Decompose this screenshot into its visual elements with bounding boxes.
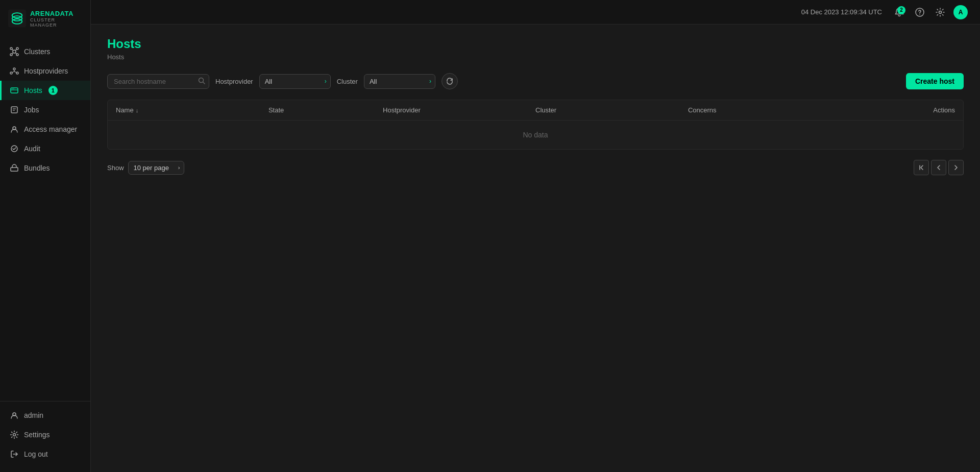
hosts-table: Name ↓ State Hostprovider Cluster Concer…: [107, 100, 964, 150]
svg-point-30: [13, 434, 16, 436]
system-settings-button[interactable]: [933, 5, 947, 19]
per-page-select[interactable]: 10 per page 25 per page 50 per page: [128, 161, 184, 175]
next-page-button[interactable]: [948, 160, 964, 175]
th-cluster-label: Cluster: [535, 106, 556, 114]
create-host-button[interactable]: Create host: [906, 73, 964, 89]
settings-icon: [10, 430, 19, 439]
hostprovider-select[interactable]: All: [259, 74, 331, 89]
access-manager-icon: [10, 125, 19, 134]
th-concerns-label: Concerns: [688, 106, 717, 114]
logout-icon: [10, 450, 19, 459]
sidebar-item-audit[interactable]: Audit: [0, 139, 90, 158]
sidebar-item-clusters-label: Clusters: [24, 48, 50, 56]
sidebar-item-admin[interactable]: admin: [0, 406, 90, 425]
th-concerns: Concerns: [688, 106, 841, 114]
hosts-icon: [10, 86, 19, 95]
th-hostprovider: Hostprovider: [383, 106, 535, 114]
sidebar-item-bundles[interactable]: Bundles: [0, 158, 90, 178]
refresh-icon: [446, 78, 453, 85]
th-actions: Actions: [841, 106, 955, 114]
datetime-display: 04 Dec 2023 12:09:34 UTC: [801, 8, 882, 16]
cluster-label: Cluster: [337, 78, 358, 85]
th-cluster: Cluster: [535, 106, 688, 114]
svg-point-22: [13, 88, 14, 89]
sidebar-item-jobs[interactable]: Jobs: [0, 100, 90, 120]
search-wrapper: [107, 74, 209, 89]
sidebar-item-jobs-label: Jobs: [24, 106, 39, 114]
sidebar-item-hostproviders[interactable]: Hostproviders: [0, 61, 90, 81]
sidebar-item-logout[interactable]: Log out: [0, 444, 90, 464]
notification-badge: 2: [897, 6, 905, 14]
logo-brand: ARENADATA: [30, 10, 82, 17]
sidebar-item-hosts-label: Hosts: [24, 86, 42, 95]
sidebar-item-access-manager[interactable]: Access manager: [0, 120, 90, 139]
th-state: State: [268, 106, 383, 114]
prev-page-button[interactable]: [931, 160, 946, 175]
logo-icon: [8, 9, 26, 28]
table-header: Name ↓ State Hostprovider Cluster Concer…: [108, 100, 963, 121]
sidebar-item-admin-label: admin: [24, 411, 43, 419]
sidebar: ARENADATA CLUSTER MANAGER Clusters Hostp…: [0, 0, 91, 472]
th-name: Name ↓: [116, 106, 268, 114]
svg-point-13: [13, 68, 15, 70]
th-actions-label: Actions: [933, 106, 955, 114]
user-avatar[interactable]: A: [953, 5, 968, 19]
sidebar-item-clusters[interactable]: Clusters: [0, 42, 90, 61]
logo: ARENADATA CLUSTER MANAGER: [0, 0, 90, 38]
sidebar-item-settings[interactable]: Settings: [0, 425, 90, 444]
svg-rect-23: [11, 107, 17, 113]
refresh-button[interactable]: [442, 73, 458, 89]
sidebar-bottom: admin Settings Log out: [0, 401, 90, 472]
th-state-label: State: [268, 106, 284, 114]
main-area: 04 Dec 2023 12:09:34 UTC 2 A Hosts Hosts…: [91, 0, 980, 472]
svg-point-34: [939, 11, 942, 13]
pagination-buttons: [914, 160, 964, 175]
user-icon: [10, 411, 19, 420]
sidebar-item-hosts[interactable]: Hosts 1: [0, 81, 90, 100]
search-icon: [198, 77, 205, 86]
sidebar-item-access-manager-label: Access manager: [24, 125, 77, 133]
cluster-select[interactable]: All: [364, 74, 435, 89]
per-page-wrapper: 10 per page 25 per page 50 per page ›: [128, 161, 184, 175]
sidebar-item-audit-label: Audit: [24, 145, 40, 153]
clusters-icon: [10, 47, 19, 56]
search-input[interactable]: [107, 74, 209, 89]
svg-rect-28: [11, 168, 18, 171]
no-data-message: No data: [108, 121, 963, 149]
svg-point-4: [13, 50, 16, 53]
svg-rect-19: [11, 88, 18, 93]
svg-point-21: [12, 88, 13, 89]
notification-button[interactable]: 2: [892, 5, 906, 19]
jobs-icon: [10, 105, 19, 114]
sort-icon[interactable]: ↓: [136, 107, 139, 113]
show-label: Show: [107, 164, 124, 172]
svg-line-36: [203, 82, 205, 84]
breadcrumb: Hosts: [107, 53, 964, 61]
hostprovider-select-wrapper: All ›: [259, 74, 331, 89]
sidebar-nav: Clusters Hostproviders Hosts 1 Jobs: [0, 38, 90, 401]
sidebar-item-bundles-label: Bundles: [24, 164, 50, 172]
logo-sub: CLUSTER MANAGER: [30, 17, 82, 28]
first-page-button[interactable]: [914, 160, 929, 175]
sidebar-item-logout-label: Log out: [24, 450, 48, 458]
page-content: Hosts Hosts Hostprovider All › Cluster A…: [91, 25, 980, 472]
hostproviders-icon: [10, 66, 19, 76]
bundles-icon: [10, 163, 19, 173]
filter-bar: Hostprovider All › Cluster All › Create …: [107, 73, 964, 89]
audit-icon: [10, 144, 19, 153]
pagination-bar: Show 10 per page 25 per page 50 per page…: [107, 160, 964, 175]
th-name-label: Name: [116, 106, 134, 114]
topbar: 04 Dec 2023 12:09:34 UTC 2 A: [91, 0, 980, 25]
cluster-select-wrapper: All ›: [364, 74, 435, 89]
sidebar-item-hostproviders-label: Hostproviders: [24, 67, 68, 75]
page-title: Hosts: [107, 37, 964, 51]
help-button[interactable]: [913, 5, 927, 19]
hostprovider-label: Hostprovider: [215, 78, 253, 85]
svg-point-33: [919, 14, 920, 15]
logo-text: ARENADATA CLUSTER MANAGER: [30, 10, 82, 28]
hosts-badge: 1: [48, 86, 58, 95]
sidebar-item-settings-label: Settings: [24, 431, 50, 439]
th-hostprovider-label: Hostprovider: [383, 106, 421, 114]
